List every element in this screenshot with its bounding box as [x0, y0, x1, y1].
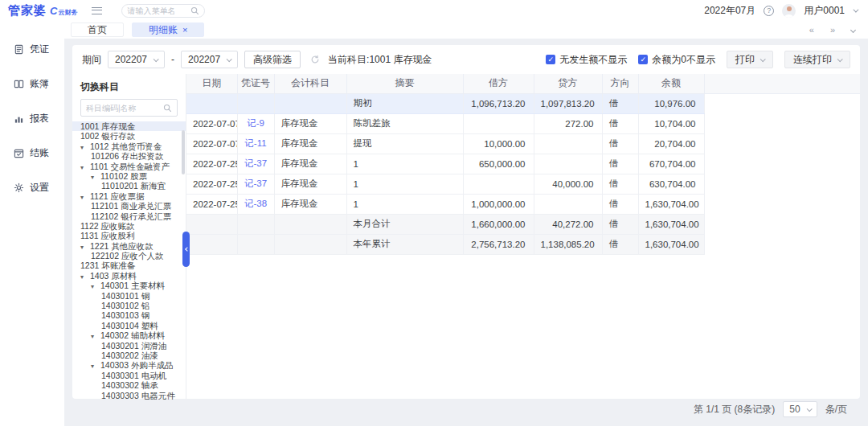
sidebar-item-report[interactable]: 报表: [0, 101, 64, 136]
tree-item[interactable]: 14030302 轴承: [72, 380, 186, 390]
subject-search[interactable]: [80, 99, 178, 117]
tree-scrollbar-thumb[interactable]: [182, 130, 185, 174]
advanced-filter-button[interactable]: 高级筛选: [244, 51, 301, 68]
cell-credit: 40,000.00: [534, 174, 602, 194]
tree-item[interactable]: 14030301 电动机: [72, 371, 186, 380]
caret-down-icon[interactable]: ▾: [80, 163, 90, 173]
caret-down-icon[interactable]: ▾: [80, 193, 90, 203]
tree-item[interactable]: 1131 应收股利: [72, 231, 186, 240]
refresh-icon[interactable]: [310, 55, 320, 64]
voucher-link[interactable]: 记-38: [244, 199, 267, 208]
tree-item[interactable]: ▾1403 原材料: [72, 271, 186, 281]
caret-down-icon[interactable]: ▾: [80, 243, 90, 252]
column-header: 会计科目: [274, 74, 346, 93]
cell-debit: [463, 113, 534, 133]
cell-balance: 1,630,704.00: [638, 214, 704, 234]
cell-balance: 1,630,704.00: [638, 234, 704, 254]
tree-item[interactable]: 14030101 铜: [72, 291, 186, 301]
caret-down-icon[interactable]: ▾: [80, 143, 90, 153]
tree-item[interactable]: ▾1121 应收票据: [72, 191, 186, 201]
sidebar-item-ledger[interactable]: 账簿: [0, 67, 64, 101]
period-to-select[interactable]: 202207: [181, 51, 238, 68]
cell-subject: 库存现金: [274, 113, 346, 133]
current-period[interactable]: 2022年07月: [704, 4, 755, 18]
cell-subject: [274, 234, 346, 254]
sidebar-item-label: 账簿: [30, 77, 49, 91]
tree-item[interactable]: 1122 应收账款: [72, 221, 186, 231]
menu-search-input[interactable]: [127, 6, 190, 15]
user-menu-chevron-icon[interactable]: [853, 6, 858, 12]
user-name[interactable]: 用户0001: [804, 4, 845, 18]
tree-item[interactable]: 1002 银行存款: [72, 131, 186, 141]
tree-item[interactable]: ▾140302 辅助材料: [72, 330, 186, 340]
tree-item[interactable]: 14030202 油漆: [72, 351, 186, 360]
cell-balance: 670,704.00: [638, 154, 704, 174]
hide-zero-balance-option[interactable]: ✓ 余额为0不显示: [638, 53, 715, 67]
voucher-link[interactable]: 记-9: [247, 118, 264, 128]
sidebar-item-voucher[interactable]: 凭证: [0, 32, 64, 67]
tabs-scroll-right-icon[interactable]: »: [830, 25, 835, 35]
cell-voucher: [237, 214, 274, 234]
tree-item[interactable]: 14030102 铝: [72, 301, 186, 310]
menu-toggle-icon[interactable]: [92, 7, 102, 14]
cell-date: 2022-07-25: [186, 194, 237, 214]
subject-search-input[interactable]: [86, 104, 163, 113]
hide-no-activity-option[interactable]: ✓ 无发生额不显示: [546, 53, 627, 67]
help-icon[interactable]: ?: [764, 6, 774, 16]
tab-bar: 首页 明细账 × « »: [64, 21, 868, 39]
tree-item[interactable]: 14030104 塑料: [72, 321, 186, 330]
tree-item[interactable]: 1231 坏账准备: [72, 260, 186, 270]
tabs-scroll-left-icon[interactable]: «: [809, 25, 814, 35]
tab-label: 明细账: [149, 23, 178, 37]
caret-down-icon[interactable]: ▾: [91, 332, 100, 342]
tree-item[interactable]: ▾1012 其他货币资金: [72, 142, 186, 151]
subject-switcher-panel: 切换科目 1001 库存现金1002 银行存款▾1012 其他货币资金10120…: [72, 74, 186, 399]
tree-item[interactable]: ▾140303 外购半成品: [72, 360, 186, 370]
cell-date: 2022-07-07: [186, 113, 237, 133]
cell-balance: 10,976.00: [638, 93, 704, 113]
user-avatar[interactable]: [782, 4, 796, 18]
voucher-link[interactable]: 记-37: [244, 178, 267, 188]
tree-item[interactable]: ▾1101 交易性金融资产: [72, 162, 186, 171]
voucher-link[interactable]: 记-11: [244, 138, 266, 148]
tab-controls: « »: [809, 25, 868, 35]
checkbox-checked-icon[interactable]: ✓: [546, 55, 555, 64]
period-label: 期间: [82, 53, 101, 67]
caret-down-icon[interactable]: ▾: [91, 173, 100, 183]
tabs-menu-chevron-icon[interactable]: [850, 27, 856, 32]
voucher-link[interactable]: 记-37: [244, 158, 267, 168]
caret-down-icon[interactable]: ▾: [91, 362, 100, 371]
tab-home[interactable]: 首页: [71, 23, 124, 37]
print-button[interactable]: 打印: [727, 51, 773, 68]
tree-item[interactable]: 14030103 钢: [72, 310, 186, 320]
panel-collapse-handle[interactable]: [182, 232, 190, 267]
checkbox-checked-icon[interactable]: ✓: [638, 55, 648, 64]
tab-detail-ledger[interactable]: 明细账 ×: [132, 23, 204, 37]
sidebar-item-label: 结账: [30, 146, 49, 160]
tree-item[interactable]: 11010201 新海宜: [72, 181, 186, 191]
page-size-select[interactable]: 50: [783, 401, 817, 417]
caret-down-icon[interactable]: ▾: [91, 282, 100, 292]
tree-item[interactable]: ▾1221 其他应收款: [72, 241, 186, 251]
column-header: 借方: [463, 74, 534, 93]
table-row: 2022-07-25记-37库存现金1650,000.00借670,704.00: [186, 154, 860, 174]
search-icon: [190, 6, 199, 15]
sidebar-item-closing[interactable]: 结账: [0, 136, 64, 170]
period-from-select[interactable]: 202207: [108, 51, 165, 68]
close-icon[interactable]: ×: [182, 26, 187, 35]
column-header: 余额: [638, 74, 704, 93]
tree-item[interactable]: 14030303 电器元件: [72, 391, 186, 400]
tree-item[interactable]: 1001 库存现金: [72, 121, 186, 131]
caret-down-icon[interactable]: ▾: [80, 273, 90, 282]
table-row: 2022-07-07记-9库存现金陈凯差旅272.00借10,704.00: [186, 113, 860, 133]
sidebar-item-settings[interactable]: 设置: [0, 170, 64, 205]
cell-summary: 本年累计: [346, 234, 463, 254]
sidebar-item-label: 报表: [30, 112, 49, 125]
logo-subtext: 云财务: [58, 8, 77, 17]
tree-item[interactable]: 112102 银行承兑汇票: [72, 211, 186, 221]
menu-search[interactable]: [121, 4, 205, 18]
continuous-print-button[interactable]: 连续打印: [784, 51, 850, 68]
checkbox-label: 余额为0不显示: [652, 53, 715, 67]
tree-item[interactable]: 14030201 润滑油: [72, 341, 186, 351]
chevron-down-icon: [227, 56, 232, 62]
